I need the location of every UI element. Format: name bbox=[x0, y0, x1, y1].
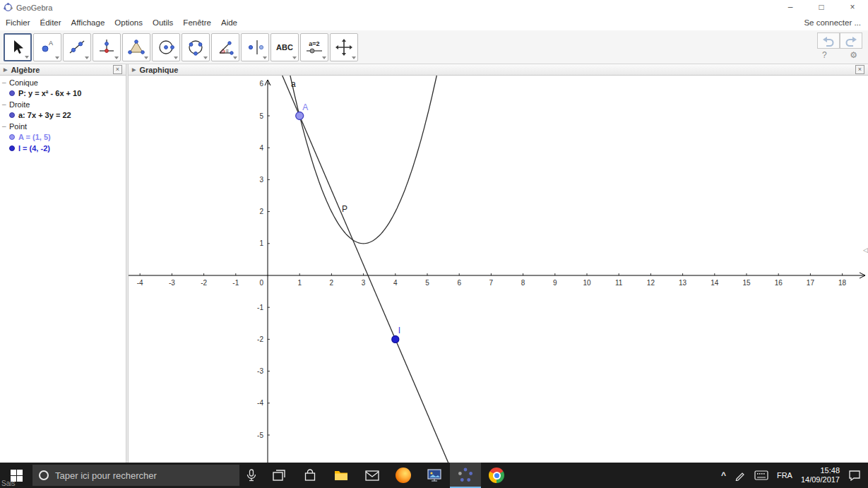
polygon-tool-icon bbox=[127, 38, 145, 56]
pen-workspace-button[interactable] bbox=[730, 463, 750, 488]
object-visibility-dot[interactable] bbox=[9, 112, 15, 118]
tool-conic[interactable] bbox=[182, 33, 210, 61]
tool-dropdown-arrow-icon[interactable] bbox=[85, 56, 89, 59]
undo-button[interactable] bbox=[817, 32, 840, 49]
y-tick-label: 1 bbox=[259, 239, 263, 247]
store-button[interactable] bbox=[295, 463, 326, 488]
menu-item-fichier[interactable]: Fichier bbox=[6, 18, 30, 27]
tool-dropdown-arrow-icon[interactable] bbox=[233, 56, 237, 59]
y-tick-label: -5 bbox=[257, 432, 263, 439]
line-label: a bbox=[291, 79, 296, 89]
tool-point[interactable]: A bbox=[33, 33, 61, 61]
tool-perpendicular-line[interactable] bbox=[93, 33, 121, 61]
mail-button[interactable] bbox=[357, 463, 388, 488]
graphics-panel-collapse-arrow[interactable]: ◁ bbox=[863, 246, 868, 254]
redo-button[interactable] bbox=[840, 32, 862, 49]
microphone-button[interactable] bbox=[239, 463, 263, 488]
tool-dropdown-arrow-icon[interactable] bbox=[203, 56, 208, 59]
x-tick-label: 16 bbox=[775, 279, 783, 287]
x-tick-label: -3 bbox=[169, 279, 175, 287]
clock[interactable]: 15:48 14/09/2017 bbox=[797, 463, 844, 488]
object-visibility-dot[interactable] bbox=[9, 134, 15, 140]
hidden-icons-chevron[interactable]: ^ bbox=[717, 463, 730, 488]
tool-reflection[interactable] bbox=[241, 33, 269, 61]
geogebra-dots-icon bbox=[458, 468, 473, 483]
tool-line[interactable] bbox=[63, 33, 91, 61]
firefox-icon bbox=[396, 468, 411, 483]
task-view-button[interactable] bbox=[263, 463, 295, 488]
media-app-button[interactable] bbox=[419, 463, 450, 488]
pen-icon bbox=[735, 470, 746, 481]
menu-item-affichage[interactable]: Affichage bbox=[71, 18, 105, 27]
sign-in-link[interactable]: Se connecter ... bbox=[804, 18, 861, 27]
geogebra-logo-icon bbox=[4, 3, 13, 12]
y-tick-label: 6 bbox=[259, 80, 263, 88]
algebra-item[interactable]: P: y = x² - 6x + 10 bbox=[0, 88, 126, 99]
tool-dropdown-arrow-icon[interactable] bbox=[174, 56, 178, 59]
perpendicular-line-tool-icon bbox=[97, 38, 116, 56]
graphics-panel-close-icon[interactable]: × bbox=[855, 65, 864, 74]
tool-text[interactable]: ABC bbox=[270, 33, 299, 61]
y-tick-label: 4 bbox=[259, 144, 263, 152]
tool-dropdown-arrow-icon[interactable] bbox=[263, 56, 267, 59]
y-tick-label: -1 bbox=[257, 304, 263, 311]
object-visibility-dot[interactable] bbox=[9, 145, 15, 151]
firefox-button[interactable] bbox=[388, 463, 419, 488]
geogebra-app-button[interactable] bbox=[450, 463, 481, 488]
graphics-panel-header[interactable]: ▶ Graphique × bbox=[129, 64, 868, 76]
tool-angle[interactable]: α bbox=[211, 33, 239, 61]
graphics-view-canvas[interactable]: -4-3-2-112345678910111213141516171865432… bbox=[129, 76, 868, 463]
algebra-panel-header[interactable]: ▶ Algèbre × bbox=[0, 64, 126, 76]
window-title: GeoGebra bbox=[16, 4, 52, 12]
algebra-panel-close-icon[interactable]: × bbox=[113, 65, 122, 74]
file-explorer-button[interactable] bbox=[326, 463, 357, 488]
menu-item-fenetre[interactable]: Fenêtre bbox=[183, 18, 211, 27]
tool-circle-center-point[interactable] bbox=[152, 33, 180, 61]
help-button[interactable]: ? bbox=[822, 50, 827, 60]
point-I[interactable] bbox=[392, 335, 399, 343]
menu-item-editer[interactable]: Éditer bbox=[40, 18, 61, 27]
collapse-toggle[interactable]: – bbox=[2, 100, 9, 108]
tool-move[interactable] bbox=[4, 33, 32, 61]
tool-dropdown-arrow-icon[interactable] bbox=[352, 56, 356, 59]
x-tick-label: 11 bbox=[615, 279, 623, 287]
taskbar-search-input[interactable]: Taper ici pour rechercher bbox=[32, 465, 239, 486]
tool-dropdown-arrow-icon[interactable] bbox=[292, 56, 297, 59]
algebra-item[interactable]: A = (1, 5) bbox=[0, 131, 126, 143]
tool-dropdown-arrow-icon[interactable] bbox=[25, 56, 29, 59]
panel-expand-arrow-icon[interactable]: ▶ bbox=[132, 67, 136, 73]
x-tick-label: 1 bbox=[297, 279, 302, 287]
maximize-button[interactable]: □ bbox=[806, 0, 837, 15]
algebra-item[interactable]: I = (4, -2) bbox=[0, 143, 126, 154]
tool-dropdown-arrow-icon[interactable] bbox=[55, 56, 59, 59]
panel-expand-arrow-icon[interactable]: ▶ bbox=[4, 67, 7, 73]
point-tool-icon: A bbox=[38, 38, 57, 56]
point-A[interactable] bbox=[296, 112, 304, 120]
tool-dropdown-arrow-icon[interactable] bbox=[114, 56, 119, 59]
slider-tool-icon bbox=[305, 47, 323, 54]
tool-dropdown-arrow-icon[interactable] bbox=[322, 56, 326, 59]
parabola-P[interactable] bbox=[285, 76, 441, 244]
title-bar: GeoGebra – □ × bbox=[0, 0, 868, 15]
collapse-toggle[interactable]: – bbox=[2, 122, 9, 130]
object-definition: a: 7x + 3y = 22 bbox=[18, 111, 71, 119]
tool-polygon[interactable] bbox=[122, 33, 150, 61]
language-indicator[interactable]: FRA bbox=[773, 463, 797, 488]
touch-keyboard-button[interactable] bbox=[750, 463, 773, 488]
menu-item-options[interactable]: Options bbox=[114, 18, 143, 27]
tool-move-graphics-view[interactable] bbox=[330, 33, 358, 61]
tool-slider[interactable]: a=2 bbox=[300, 33, 328, 61]
line-a[interactable] bbox=[275, 76, 458, 463]
object-visibility-dot[interactable] bbox=[9, 90, 15, 96]
minimize-button[interactable]: – bbox=[775, 0, 806, 15]
menu-item-outils[interactable]: Outils bbox=[153, 18, 173, 27]
collapse-toggle[interactable]: – bbox=[2, 78, 9, 86]
tool-dropdown-arrow-icon[interactable] bbox=[144, 56, 148, 59]
microphone-icon bbox=[246, 469, 256, 482]
action-center-button[interactable] bbox=[844, 463, 865, 488]
algebra-item[interactable]: a: 7x + 3y = 22 bbox=[0, 109, 126, 121]
chrome-button[interactable] bbox=[481, 463, 512, 488]
menu-item-aide[interactable]: Aide bbox=[221, 18, 237, 27]
close-button[interactable]: × bbox=[837, 0, 868, 15]
settings-gear-icon[interactable]: ⚙ bbox=[850, 50, 857, 60]
